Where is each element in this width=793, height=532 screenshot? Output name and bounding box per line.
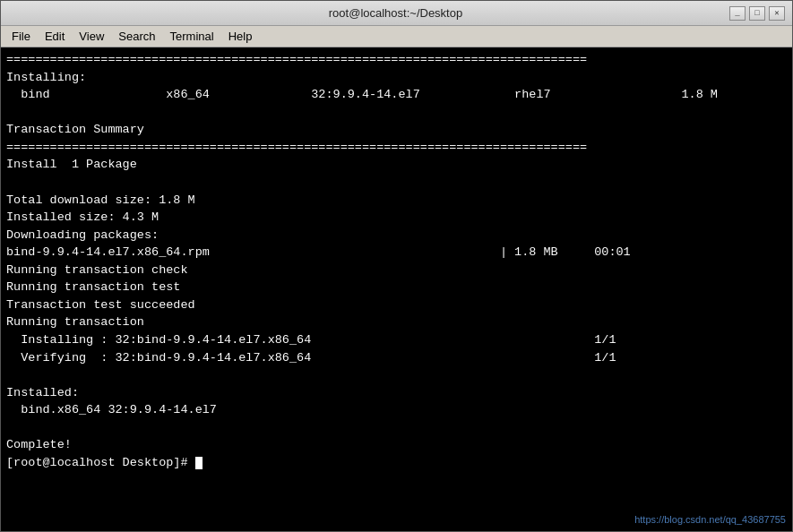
menu-view[interactable]: View	[72, 28, 111, 45]
menu-bar: File Edit View Search Terminal Help	[1, 26, 792, 47]
terminal-cursor	[195, 457, 203, 469]
window-title: root@localhost:~/Desktop	[62, 6, 729, 20]
watermark: https://blog.csdn.net/qq_43687755	[634, 514, 786, 525]
terminal-window: root@localhost:~/Desktop _ □ ✕ File Edit…	[0, 0, 793, 532]
menu-file[interactable]: File	[4, 28, 38, 45]
menu-edit[interactable]: Edit	[38, 28, 72, 45]
window-controls: _ □ ✕	[729, 6, 785, 21]
close-button[interactable]: ✕	[769, 6, 785, 21]
menu-search[interactable]: Search	[111, 28, 162, 45]
minimize-button[interactable]: _	[729, 6, 746, 21]
maximize-button[interactable]: □	[749, 6, 765, 21]
terminal-output[interactable]: ========================================…	[1, 47, 792, 531]
title-bar: root@localhost:~/Desktop _ □ ✕	[1, 1, 792, 26]
menu-help[interactable]: Help	[221, 28, 260, 45]
menu-terminal[interactable]: Terminal	[163, 28, 221, 45]
